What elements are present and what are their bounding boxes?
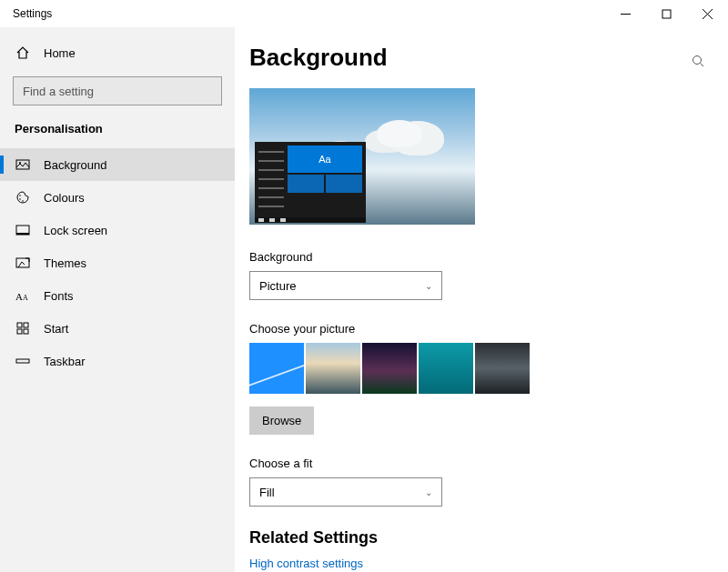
sidebar-item-label: Themes <box>44 256 86 270</box>
maximize-button[interactable] <box>646 0 687 27</box>
themes-icon <box>15 256 31 270</box>
picture-thumbnail-1[interactable] <box>249 343 304 394</box>
browse-button[interactable]: Browse <box>249 406 314 435</box>
sidebar-item-background[interactable]: Background <box>0 148 235 181</box>
home-button[interactable]: Home <box>0 35 235 71</box>
related-settings-title: Related Settings <box>249 528 713 547</box>
minimize-icon <box>621 9 631 19</box>
sidebar-item-colours[interactable]: Colours <box>0 181 235 214</box>
content-area: Background Aa Background Picture ⌄ Choos… <box>235 27 728 572</box>
fonts-icon: AA <box>15 288 31 303</box>
svg-rect-19 <box>24 329 28 334</box>
picture-thumbnail-3[interactable] <box>362 343 417 394</box>
svg-rect-17 <box>24 323 28 327</box>
sidebar: Home Personalisation Background Colours … <box>0 27 235 572</box>
maximize-icon <box>662 9 672 19</box>
picture-icon <box>15 157 31 172</box>
home-label: Home <box>44 46 76 60</box>
page-title: Background <box>249 44 713 72</box>
svg-text:A: A <box>23 294 28 302</box>
sidebar-section-header: Personalisation <box>0 118 235 148</box>
picture-thumbnail-2[interactable] <box>306 343 360 394</box>
palette-icon <box>15 190 31 205</box>
sidebar-item-taskbar[interactable]: Taskbar <box>0 345 235 377</box>
svg-rect-18 <box>17 329 22 334</box>
search-input[interactable] <box>13 76 222 105</box>
background-label: Background <box>249 250 713 264</box>
preview-sample-text: Aa <box>288 146 362 173</box>
desktop-preview: Aa <box>249 88 475 225</box>
high-contrast-link[interactable]: High contrast settings <box>249 557 713 570</box>
background-dropdown-value: Picture <box>259 279 296 293</box>
fit-dropdown[interactable]: Fill ⌄ <box>249 477 442 507</box>
choose-fit-label: Choose a fit <box>249 457 713 470</box>
sidebar-item-label: Lock screen <box>44 224 107 237</box>
svg-text:A: A <box>15 291 23 302</box>
sidebar-item-fonts[interactable]: AA Fonts <box>0 279 235 312</box>
titlebar: Settings <box>0 0 728 27</box>
sidebar-item-label: Taskbar <box>44 355 86 368</box>
window-title: Settings <box>13 7 52 20</box>
sidebar-item-label: Fonts <box>44 289 74 303</box>
home-icon <box>15 45 31 60</box>
sidebar-item-label: Start <box>44 322 68 336</box>
svg-point-9 <box>19 198 21 200</box>
sidebar-item-label: Background <box>44 158 106 172</box>
close-button[interactable] <box>687 0 728 27</box>
chevron-down-icon: ⌄ <box>425 487 432 497</box>
svg-rect-12 <box>16 233 29 235</box>
fit-dropdown-value: Fill <box>259 486 275 499</box>
svg-rect-1 <box>662 10 671 18</box>
svg-rect-20 <box>16 359 29 363</box>
minimize-button[interactable] <box>605 0 646 27</box>
sidebar-item-themes[interactable]: Themes <box>0 246 235 279</box>
svg-point-8 <box>19 195 21 196</box>
start-icon <box>15 321 31 336</box>
choose-picture-label: Choose your picture <box>249 322 713 336</box>
svg-point-10 <box>22 200 24 202</box>
sidebar-item-label: Colours <box>44 191 85 205</box>
sidebar-item-start[interactable]: Start <box>0 312 235 345</box>
sidebar-item-lockscreen[interactable]: Lock screen <box>0 214 235 246</box>
close-icon <box>703 9 713 19</box>
taskbar-icon <box>15 354 31 368</box>
svg-point-7 <box>19 162 21 164</box>
lockscreen-icon <box>15 223 31 237</box>
picture-thumbnail-5[interactable] <box>475 343 530 394</box>
background-dropdown[interactable]: Picture ⌄ <box>249 271 442 300</box>
picture-thumbnail-4[interactable] <box>419 343 473 394</box>
chevron-down-icon: ⌄ <box>425 281 432 291</box>
svg-rect-16 <box>17 323 22 327</box>
